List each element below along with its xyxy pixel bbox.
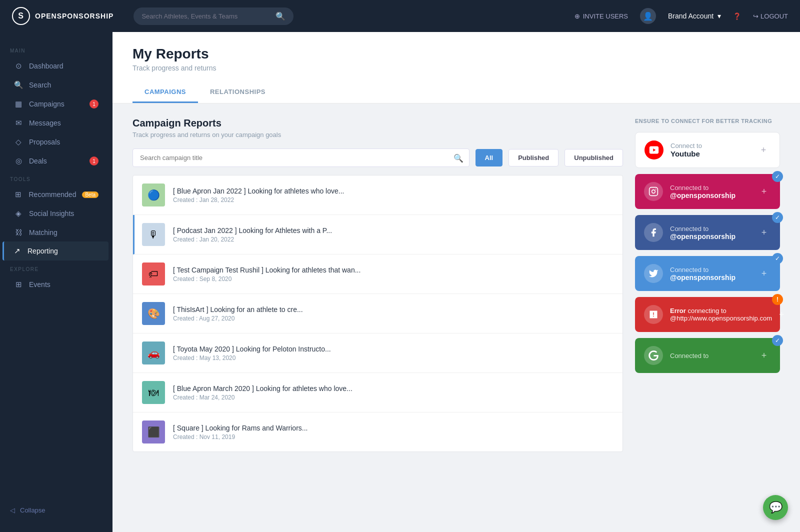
connection-cards: Connect toYoutube+Connected to@openspons… — [635, 132, 780, 373]
youtube-icon — [644, 140, 664, 160]
campaign-title: [ Blue Apron Jan 2022 ] Looking for athl… — [173, 187, 614, 195]
reporting-icon: ↗ — [12, 246, 22, 256]
sidebar-item-label: Proposals — [29, 138, 60, 146]
sidebar-item-messages[interactable]: ✉ Messages — [4, 114, 108, 132]
svg-point-2 — [656, 189, 656, 190]
campaign-title: [ Podcast Jan 2022 ] Looking for Athlete… — [173, 226, 614, 234]
logo-icon: S — [12, 7, 30, 25]
main-section-label: MAIN — [0, 42, 112, 56]
campaigns-badge: 1 — [90, 100, 98, 108]
sidebar-item-recommended[interactable]: ⊞ Recommended Beta — [4, 185, 108, 204]
sidebar-item-label: Reporting — [28, 247, 58, 255]
global-search-bar[interactable]: 🔍 — [134, 8, 294, 25]
campaign-list-item[interactable]: ⬛[ Square ] Looking for Rams and Warrior… — [133, 412, 622, 452]
sidebar-item-label: Events — [29, 280, 50, 288]
sidebar-item-label: Search — [29, 81, 51, 89]
connect-card-instagram[interactable]: Connected to@opensponsorship+✓ — [635, 174, 780, 209]
campaign-title: [ Blue Apron March 2020 ] Looking for at… — [173, 384, 614, 392]
sidebar-item-deals[interactable]: ◎ Deals 1 — [4, 152, 108, 170]
sidebar-item-social-insights[interactable]: ◈ Social Insights — [4, 204, 108, 223]
explore-section-label: EXPLORE — [0, 260, 112, 275]
logout-label: LOGOUT — [760, 12, 788, 20]
connect-label-top-error-social: Error connecting to@http://www.openspons… — [670, 307, 772, 322]
dashboard-icon: ⊙ — [14, 62, 23, 70]
right-panel: ENSURE TO CONNECT FOR BETTER TRACKING Co… — [635, 118, 780, 452]
campaign-list-item[interactable]: 🔵[ Blue Apron Jan 2022 ] Looking for ath… — [133, 176, 622, 215]
campaign-date: Created : Aug 27, 2020 — [173, 315, 614, 322]
chat-fab-button[interactable]: 💬 — [763, 495, 788, 520]
connect-plus-button-error-social[interactable]: + — [779, 308, 784, 322]
connect-plus-button-facebook[interactable]: + — [757, 226, 771, 240]
tab-relationships[interactable]: RELATIONSHIPS — [198, 82, 278, 103]
filter-all-button[interactable]: All — [476, 149, 503, 166]
messages-icon: ✉ — [14, 118, 23, 128]
campaign-list-item[interactable]: 🚗[ Toyota May 2020 ] Looking for Peloton… — [133, 334, 622, 373]
connect-plus-button-google[interactable]: + — [757, 348, 771, 362]
logo-area[interactable]: S OPENSPONSORSHIP — [12, 7, 114, 25]
campaign-list-item[interactable]: 🍽[ Blue Apron March 2020 ] Looking for a… — [133, 373, 622, 412]
campaign-thumbnail: 🔵 — [142, 184, 165, 206]
help-button[interactable]: ❓ — [733, 12, 741, 20]
connect-header: ENSURE TO CONNECT FOR BETTER TRACKING — [635, 118, 780, 125]
sidebar-item-matching[interactable]: ⛓ Matching — [4, 223, 108, 242]
global-search-input[interactable] — [142, 12, 272, 20]
campaign-search-input[interactable] — [132, 148, 470, 167]
filter-published-button[interactable]: Published — [508, 149, 558, 166]
campaign-thumbnail: 🍽 — [142, 381, 165, 404]
sidebar-item-events[interactable]: ⊞ Events — [4, 275, 108, 294]
sidebar-item-proposals[interactable]: ◇ Proposals — [4, 132, 108, 152]
tools-section-label: TOOLS — [0, 170, 112, 185]
filter-unpublished-button[interactable]: Unpublished — [564, 149, 623, 166]
plus-circle-icon: ⊕ — [574, 12, 580, 20]
campaign-date: Created : May 13, 2020 — [173, 354, 614, 362]
page-title: My Reports — [132, 46, 780, 62]
connect-card-google[interactable]: Connected to+✓ — [635, 338, 780, 373]
connect-plus-button-youtube[interactable]: + — [756, 143, 770, 157]
chat-icon: 💬 — [769, 501, 782, 514]
sidebar: MAIN ⊙ Dashboard 🔍 Search ▦ Campaigns 1 … — [0, 32, 112, 532]
connect-text-error-social: Error connecting to@http://www.openspons… — [670, 307, 772, 322]
connect-text-twitter: Connected to@opensponsorship — [670, 266, 750, 282]
connect-plus-button-twitter[interactable]: + — [757, 266, 771, 280]
collapse-button[interactable]: ◁ Collapse — [0, 498, 112, 522]
campaign-list-item[interactable]: 🏷[ Test Campaign Test Rushil ] Looking f… — [133, 254, 622, 294]
connect-plus-button-instagram[interactable]: + — [757, 184, 771, 198]
campaign-list-item[interactable]: 🎙[ Podcast Jan 2022 ] Looking for Athlet… — [133, 215, 622, 254]
sidebar-item-label: Messages — [29, 119, 61, 127]
connect-card-facebook[interactable]: Connected to@opensponsorship+✓ — [635, 215, 780, 250]
sidebar-item-dashboard[interactable]: ⊙ Dashboard — [4, 56, 108, 76]
connect-card-error-social[interactable]: Error connecting to@http://www.openspons… — [635, 297, 780, 332]
top-navigation: S OPENSPONSORSHIP 🔍 ⊕ INVITE USERS 👤 Bra… — [0, 0, 800, 32]
help-icon: ❓ — [733, 12, 741, 20]
events-icon: ⊞ — [14, 280, 23, 289]
campaign-title: [ Toyota May 2020 ] Looking for Peloton … — [173, 345, 614, 353]
person-icon: 👤 — [643, 12, 653, 21]
sidebar-item-label: Dashboard — [29, 62, 64, 70]
logout-button[interactable]: ↪ LOGOUT — [753, 12, 788, 20]
brand-account-menu[interactable]: Brand Account ▾ — [668, 12, 721, 20]
sidebar-item-reporting[interactable]: ↗ Reporting — [2, 242, 108, 260]
svg-point-1 — [652, 190, 656, 194]
sidebar-item-label: Matching — [29, 228, 58, 236]
tab-campaigns[interactable]: CAMPAIGNS — [132, 82, 198, 103]
section-title: Campaign Reports — [132, 118, 623, 129]
logout-icon: ↪ — [753, 12, 758, 20]
google-icon — [644, 346, 663, 365]
connect-card-youtube[interactable]: Connect toYoutube+ — [635, 132, 780, 168]
connect-card-twitter[interactable]: Connected to@opensponsorship+✓ — [635, 256, 780, 291]
sidebar-item-label: Social Insights — [29, 210, 74, 218]
campaign-list-item[interactable]: 🎨[ ThisIsArt ] Looking for an athlete to… — [133, 294, 622, 334]
main-content: My Reports Track progress and returns CA… — [112, 32, 800, 532]
campaign-thumbnail: 🎙 — [142, 223, 165, 246]
campaign-date: Created : Mar 24, 2020 — [173, 394, 614, 401]
deals-icon: ◎ — [14, 156, 23, 166]
error-social-icon — [644, 305, 663, 324]
matching-icon: ⛓ — [14, 228, 23, 236]
sidebar-item-search[interactable]: 🔍 Search — [4, 76, 108, 94]
campaign-thumbnail: 🚗 — [142, 342, 165, 364]
proposals-icon: ◇ — [14, 138, 23, 146]
sidebar-item-campaigns[interactable]: ▦ Campaigns 1 — [4, 94, 108, 114]
twitter-icon — [644, 264, 663, 283]
invite-users-button[interactable]: ⊕ INVITE USERS — [574, 12, 628, 20]
invite-label: INVITE USERS — [583, 12, 628, 20]
